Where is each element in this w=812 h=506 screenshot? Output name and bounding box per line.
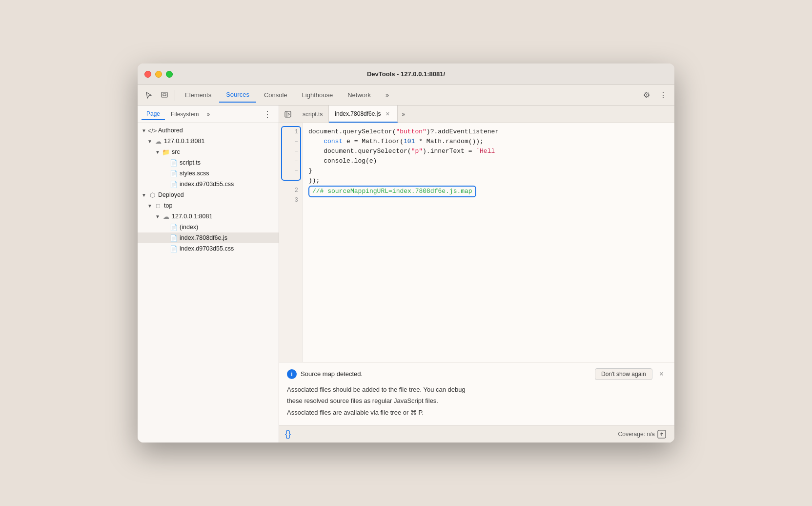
format-button[interactable]: {} — [285, 429, 291, 439]
list-item[interactable]: 📄 script.ts — [138, 157, 279, 168]
list-item[interactable]: 📄 styles.scss — [138, 168, 279, 179]
sidebar-tab-page[interactable]: Page — [142, 108, 165, 120]
list-item[interactable]: ▼ ⬡ Deployed — [138, 190, 279, 200]
close-tab-icon[interactable]: × — [384, 110, 391, 118]
tree-node-label: 127.0.0.1:8081 — [164, 138, 204, 145]
notification-line-1: Associated files should be added to the … — [287, 385, 667, 395]
line-number: – — [288, 156, 298, 166]
cloud-icon: ☁ — [162, 212, 170, 220]
list-item[interactable]: 📄 index.d9703d55.css — [138, 243, 279, 254]
code-line: const e = Math.floor(101 * Math.random()… — [308, 137, 669, 147]
maximize-button[interactable] — [166, 71, 173, 78]
arrow-icon: ▼ — [147, 139, 152, 144]
page-icon: □ — [154, 202, 162, 210]
editor-tab-more[interactable]: » — [398, 111, 409, 118]
tree-node-label: Deployed — [158, 191, 184, 198]
code-line: document.querySelector("p").innerText = … — [308, 147, 669, 156]
tree-node-label: index.d9703d55.css — [180, 245, 234, 252]
file-icon: 📄 — [170, 169, 178, 177]
file-icon: 📄 — [170, 223, 178, 231]
code-line: } — [308, 166, 669, 176]
settings-icon[interactable]: ⚙ — [639, 88, 654, 103]
list-item[interactable]: ▼ 📁 src — [138, 147, 279, 157]
code-line: console.log(e) — [308, 156, 669, 166]
list-item[interactable]: 📄 (index) — [138, 222, 279, 232]
close-notification-icon[interactable]: × — [656, 369, 667, 380]
arrow-icon: ▼ — [155, 214, 160, 219]
tree-node-label: index.d9703d55.css — [180, 181, 234, 188]
list-item[interactable]: ▼ </> Authored — [138, 125, 279, 136]
editor-tab-bar: script.ts index.7808df6e.js × » — [279, 105, 674, 123]
code-icon: </> — [148, 126, 156, 134]
line-number: – — [288, 147, 298, 156]
sidebar-tab-more[interactable]: » — [204, 109, 212, 120]
svg-rect-0 — [162, 92, 167, 97]
list-item[interactable]: 📄 index.d9703d55.css — [138, 179, 279, 190]
main-toolbar: Elements Sources Console Lighthouse Netw… — [138, 85, 674, 105]
more-options-icon[interactable]: ⋮ — [656, 88, 670, 103]
list-item[interactable]: ▼ ☁ 127.0.0.1:8081 — [138, 211, 279, 222]
close-button[interactable] — [144, 71, 151, 78]
code-line: document.querySelector("button")?.addEve… — [308, 127, 669, 137]
tab-index-js[interactable]: index.7808df6e.js × — [329, 105, 398, 123]
list-item[interactable]: ▼ □ top — [138, 200, 279, 211]
main-content: Page Filesystem » ⋮ ▼ </> Authored ▼ ☁ — [138, 105, 674, 443]
tab-console[interactable]: Console — [257, 88, 294, 103]
tab-script-ts[interactable]: script.ts — [297, 105, 329, 123]
sidebar-tree: ▼ </> Authored ▼ ☁ 127.0.0.1:8081 ▼ 📁 sr… — [138, 123, 279, 443]
file-icon: 📄 — [170, 159, 178, 167]
devtools-window: DevTools - 127.0.0.1:8081/ Elements Sour… — [138, 63, 674, 443]
arrow-icon: ▼ — [142, 128, 146, 133]
tree-node-label: src — [172, 148, 180, 155]
tree-node-label: (index) — [180, 224, 198, 231]
toolbar-separator-1 — [175, 90, 175, 101]
coverage-label: Coverage: n/a — [618, 431, 655, 438]
minimize-button[interactable] — [155, 71, 162, 78]
code-line: )); — [308, 176, 669, 186]
dont-show-again-button[interactable]: Don't show again — [595, 368, 652, 380]
line-number: – — [288, 166, 298, 176]
line-number: – — [288, 137, 298, 147]
tree-node-label: script.ts — [180, 159, 201, 166]
tab-more[interactable]: » — [379, 88, 396, 103]
sidebar-tab-filesystem[interactable]: Filesystem — [166, 109, 203, 120]
inspect-icon[interactable] — [157, 88, 172, 103]
tab-lighthouse[interactable]: Lighthouse — [295, 88, 340, 103]
line-number: 2 — [288, 186, 298, 195]
list-item[interactable]: 📄 index.7808df6e.js — [138, 232, 279, 243]
line-numbers: 1 – – – – 2 3 — [279, 123, 303, 362]
collapse-sidebar-button[interactable] — [281, 107, 295, 121]
tree-node-label: 127.0.0.1:8081 — [172, 213, 212, 220]
code-editor: 1 – – – – 2 3 document.querySelector("bu… — [279, 123, 674, 362]
tree-node-label: styles.scss — [180, 170, 209, 177]
tab-network[interactable]: Network — [341, 88, 378, 103]
tree-node-label: top — [164, 202, 172, 209]
cursor-icon[interactable] — [142, 88, 156, 103]
list-item[interactable]: ▼ ☁ 127.0.0.1:8081 — [138, 136, 279, 147]
svg-rect-1 — [163, 94, 166, 96]
file-icon: 📄 — [170, 245, 178, 253]
notification-body: Associated files should be added to the … — [287, 385, 667, 418]
code-content: document.querySelector("button")?.addEve… — [303, 123, 674, 362]
file-icon: 📄 — [170, 234, 178, 242]
notification-panel: i Source map detected. Don't show again … — [279, 362, 674, 425]
notification-title: Source map detected. — [301, 370, 591, 378]
status-bar: {} Coverage: n/a — [279, 425, 674, 443]
arrow-icon: ▼ — [155, 149, 160, 155]
toolbar-right: ⚙ ⋮ — [639, 88, 670, 103]
line-number — [288, 176, 298, 186]
code-line: //# sourceMappingURL=index.7808df6e.js.m… — [308, 186, 669, 195]
tab-sources[interactable]: Sources — [219, 88, 256, 103]
sidebar: Page Filesystem » ⋮ ▼ </> Authored ▼ ☁ — [138, 105, 279, 443]
tab-elements[interactable]: Elements — [178, 88, 218, 103]
line-number: 1 — [288, 127, 298, 137]
sidebar-menu-button[interactable]: ⋮ — [260, 108, 275, 121]
notification-line-3: Associated files are available via file … — [287, 408, 667, 418]
window-title: DevTools - 127.0.0.1:8081/ — [367, 70, 445, 78]
notification-line-2: these resolved source files as regular J… — [287, 396, 667, 406]
traffic-lights — [144, 71, 173, 78]
tree-node-label: index.7808df6e.js — [180, 234, 227, 241]
tree-node-label: Authored — [158, 127, 183, 134]
scroll-to-top-icon[interactable] — [655, 427, 669, 441]
svg-rect-2 — [285, 111, 291, 117]
